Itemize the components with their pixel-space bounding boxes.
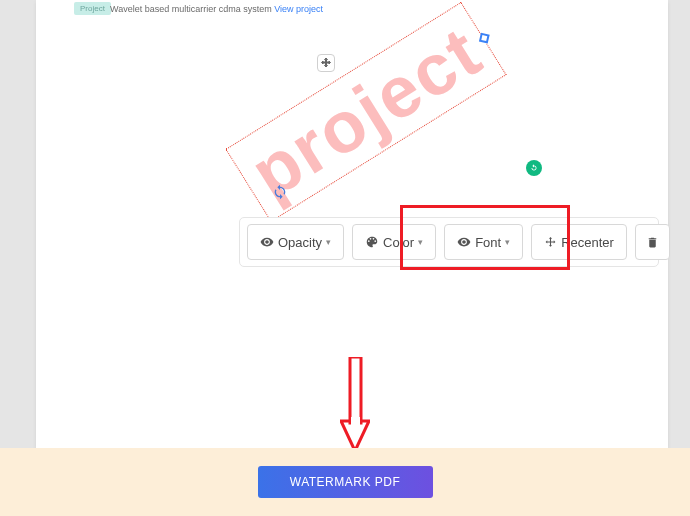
chevron-down-icon: ▾ (505, 237, 510, 247)
color-button[interactable]: Color ▾ (352, 224, 436, 260)
document-line: Wavelet based multicarrier cdma system V… (110, 4, 323, 14)
chevron-down-icon: ▾ (418, 237, 423, 247)
refresh-icon (529, 163, 539, 173)
eye-icon (260, 235, 274, 249)
watermark-toolbar: Opacity ▾ Color ▾ Font ▾ Recenter (239, 217, 659, 267)
eye-icon (457, 235, 471, 249)
cta-label: WATERMARK PDF (290, 475, 401, 489)
color-label: Color (383, 235, 414, 250)
opacity-label: Opacity (278, 235, 322, 250)
font-button[interactable]: Font ▾ (444, 224, 523, 260)
opacity-button[interactable]: Opacity ▾ (247, 224, 344, 260)
delete-button[interactable] (635, 224, 670, 260)
recenter-button[interactable]: Recenter (531, 224, 627, 260)
font-label: Font (475, 235, 501, 250)
move-icon (320, 57, 332, 69)
move-icon (544, 236, 557, 249)
chevron-down-icon: ▾ (326, 237, 331, 247)
trash-icon (646, 236, 659, 249)
move-handle[interactable] (317, 54, 335, 72)
status-indicator[interactable] (526, 160, 542, 176)
view-project-link[interactable]: View project (274, 4, 323, 14)
action-bar: WATERMARK PDF (0, 448, 690, 516)
document-title-text: Wavelet based multicarrier cdma system (110, 4, 272, 14)
watermark-selection-box (225, 2, 506, 222)
rotate-handle[interactable] (272, 184, 288, 200)
palette-icon (365, 235, 379, 249)
watermark-pdf-button[interactable]: WATERMARK PDF (258, 466, 433, 498)
document-canvas: Project Wavelet based multicarrier cdma … (36, 0, 668, 448)
recenter-label: Recenter (561, 235, 614, 250)
watermark-object[interactable]: project (231, 15, 501, 209)
rotate-icon (272, 184, 288, 200)
resize-handle[interactable] (479, 33, 490, 44)
project-badge: Project (74, 2, 111, 15)
